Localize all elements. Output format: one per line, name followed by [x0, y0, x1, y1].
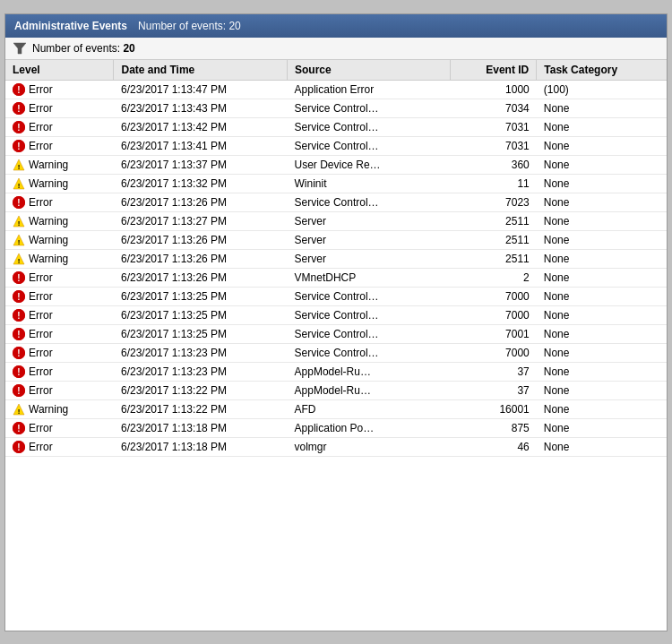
table-row[interactable]: !Error6/23/2017 1:13:41 PMService Contro… [5, 136, 667, 155]
cell-eventid: 1000 [450, 80, 537, 99]
cell-eventid: 7034 [450, 99, 537, 117]
cell-level: !Error [5, 99, 114, 117]
svg-marker-0 [13, 43, 26, 54]
cell-source: AFD [288, 399, 450, 418]
window-subtitle: Number of events: 20 [138, 20, 241, 32]
level-text: Error [29, 441, 53, 453]
filter-icon [13, 41, 27, 56]
cell-level: !Error [5, 381, 114, 399]
cell-level: !Error [5, 324, 114, 343]
table-row[interactable]: !Error6/23/2017 1:13:26 PMVMnetDHCP2None [5, 268, 667, 287]
events-table: Level Date and Time Source Event ID Task… [5, 60, 667, 457]
cell-source: AppModel-Ru… [288, 381, 450, 399]
cell-category: None [537, 99, 667, 117]
cell-level: ! Warning [5, 230, 114, 249]
svg-text:!: ! [17, 123, 20, 133]
cell-category: None [537, 362, 667, 381]
table-row[interactable]: !Error6/23/2017 1:13:23 PMAppModel-Ru…37… [5, 362, 667, 381]
table-row[interactable]: !Error6/23/2017 1:13:22 PMAppModel-Ru…37… [5, 381, 667, 399]
svg-text:!: ! [17, 85, 20, 95]
cell-source: Service Control… [288, 193, 450, 211]
table-row[interactable]: !Error6/23/2017 1:13:47 PMApplication Er… [5, 80, 667, 99]
error-icon: ! [13, 422, 25, 434]
cell-datetime: 6/23/2017 1:13:42 PM [114, 117, 288, 136]
table-row[interactable]: !Error6/23/2017 1:13:25 PMService Contro… [5, 324, 667, 343]
cell-source: AppModel-Ru… [288, 362, 450, 381]
cell-datetime: 6/23/2017 1:13:18 PM [114, 437, 288, 456]
cell-datetime: 6/23/2017 1:13:43 PM [114, 99, 288, 117]
error-icon: ! [13, 347, 25, 359]
cell-level: !Error [5, 305, 114, 324]
level-text: Error [29, 290, 53, 303]
cell-level: !Error [5, 418, 114, 437]
error-icon: ! [13, 365, 25, 378]
level-text: Error [29, 422, 53, 434]
level-text: Error [29, 347, 53, 359]
cell-source: VMnetDHCP [288, 268, 450, 287]
table-row[interactable]: ! Warning6/23/2017 1:13:22 PMAFD16001Non… [5, 399, 667, 418]
cell-category: None [537, 211, 667, 230]
cell-eventid: 37 [450, 381, 537, 399]
svg-text:!: ! [18, 219, 21, 228]
svg-text:!: ! [17, 311, 20, 321]
table-row[interactable]: !Error6/23/2017 1:13:23 PMService Contro… [5, 343, 667, 362]
title-bar: Administrative Events Number of events: … [5, 14, 667, 38]
warning-icon: ! [13, 159, 25, 171]
col-header-category[interactable]: Task Category [537, 60, 667, 81]
svg-text:!: ! [18, 238, 21, 246]
events-table-container[interactable]: Level Date and Time Source Event ID Task… [5, 60, 667, 631]
cell-level: !Error [5, 362, 114, 381]
svg-text:!: ! [17, 442, 20, 452]
toolbar: Number of events: 20 [5, 38, 667, 60]
table-row[interactable]: ! Warning6/23/2017 1:13:37 PMUser Device… [5, 155, 667, 174]
cell-source: Service Control… [288, 99, 450, 117]
col-header-eventid[interactable]: Event ID [450, 60, 537, 81]
table-row[interactable]: ! Warning6/23/2017 1:13:27 PMServer2511N… [5, 211, 667, 230]
cell-datetime: 6/23/2017 1:13:25 PM [114, 305, 288, 324]
cell-source: Service Control… [288, 117, 450, 136]
cell-level: !Error [5, 343, 114, 362]
cell-datetime: 6/23/2017 1:13:27 PM [114, 211, 288, 230]
window-title: Administrative Events [14, 20, 127, 32]
cell-datetime: 6/23/2017 1:13:23 PM [114, 343, 288, 362]
table-row[interactable]: !Error6/23/2017 1:13:43 PMService Contro… [5, 99, 667, 117]
cell-eventid: 2511 [450, 211, 537, 230]
svg-text:!: ! [17, 198, 20, 208]
table-row[interactable]: !Error6/23/2017 1:13:25 PMService Contro… [5, 305, 667, 324]
table-row[interactable]: !Error6/23/2017 1:13:42 PMService Contro… [5, 117, 667, 136]
table-row[interactable]: ! Warning6/23/2017 1:13:26 PMServer2511N… [5, 249, 667, 268]
table-row[interactable]: !Error6/23/2017 1:13:25 PMService Contro… [5, 287, 667, 305]
table-row[interactable]: ! Warning6/23/2017 1:13:32 PMWininit11No… [5, 174, 667, 193]
cell-datetime: 6/23/2017 1:13:32 PM [114, 174, 288, 193]
cell-source: Server [288, 211, 450, 230]
cell-category: None [537, 381, 667, 399]
cell-source: Service Control… [288, 343, 450, 362]
cell-eventid: 2511 [450, 230, 537, 249]
error-icon: ! [13, 196, 25, 209]
table-header-row: Level Date and Time Source Event ID Task… [5, 60, 667, 81]
level-text: Error [29, 328, 53, 340]
error-icon: ! [13, 441, 25, 453]
cell-level: ! Warning [5, 399, 114, 418]
table-row[interactable]: !Error6/23/2017 1:13:26 PMService Contro… [5, 193, 667, 211]
level-text: Warning [29, 234, 68, 246]
cell-datetime: 6/23/2017 1:13:41 PM [114, 136, 288, 155]
cell-datetime: 6/23/2017 1:13:25 PM [114, 287, 288, 305]
svg-text:!: ! [17, 292, 20, 302]
cell-category: None [537, 287, 667, 305]
cell-source: Server [288, 230, 450, 249]
cell-category: None [537, 268, 667, 287]
cell-source: Service Control… [288, 305, 450, 324]
cell-source: Server [288, 249, 450, 268]
level-text: Error [29, 309, 53, 322]
col-header-level[interactable]: Level [5, 60, 114, 81]
error-icon: ! [13, 384, 25, 397]
cell-source: Application Po… [288, 418, 450, 437]
table-row[interactable]: !Error6/23/2017 1:13:18 PMApplication Po… [5, 418, 667, 437]
col-header-datetime[interactable]: Date and Time [114, 60, 288, 81]
col-header-source[interactable]: Source [288, 60, 450, 81]
svg-text:!: ! [17, 367, 20, 377]
table-row[interactable]: !Error6/23/2017 1:13:18 PMvolmgr46None [5, 437, 667, 456]
table-row[interactable]: ! Warning6/23/2017 1:13:26 PMServer2511N… [5, 230, 667, 249]
cell-eventid: 360 [450, 155, 537, 174]
